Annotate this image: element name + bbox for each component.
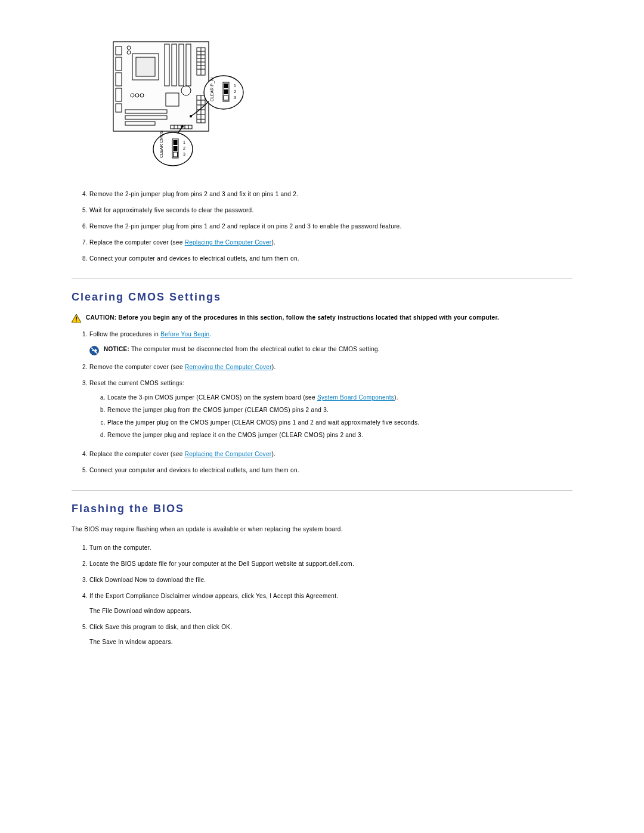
svg-point-44 (190, 115, 192, 117)
caution-text: CAUTION: Before you begin any of the pro… (86, 314, 499, 321)
svg-rect-46 (224, 83, 228, 88)
list-item: Locate the 3-pin CMOS jumper (CLEAR CMOS… (107, 391, 572, 404)
list-item: Locate the BIOS update file for your com… (89, 556, 572, 572)
list-item: Remove the jumper plug from the CMOS jum… (107, 404, 572, 416)
svg-rect-47 (224, 89, 228, 94)
svg-text:3: 3 (234, 95, 236, 100)
list-item: Reset the current CMOS settings: Locate … (89, 375, 572, 446)
callout-clear-pw-label: CLEAR P_W (210, 77, 215, 101)
list-item: Turn on the computer. (89, 540, 572, 556)
list-item: Remove the computer cover (see Removing … (89, 359, 572, 375)
notice-text: NOTICE: The computer must be disconnecte… (104, 346, 380, 352)
list-item: Remove the 2-pin jumper plug from pins 1… (89, 218, 572, 234)
step-followup: The Save In window appears. (89, 639, 572, 645)
text: Replace the computer cover (see (89, 451, 185, 457)
cmos-steps-1: Follow the procedures in Before You Begi… (72, 326, 572, 342)
text: Follow the procedures in (89, 331, 160, 337)
svg-rect-55 (174, 140, 178, 145)
list-item: Wait for approximately five seconds to c… (89, 202, 572, 218)
bios-steps: Turn on the computer. Locate the BIOS up… (72, 540, 572, 650)
list-item: Follow the procedures in Before You Begi… (89, 326, 572, 342)
list-item: Replace the computer cover (see Replacin… (89, 446, 572, 462)
text: Locate the 3-pin CMOS jumper (CLEAR CMOS… (107, 394, 317, 401)
list-item: Connect your computer and devices to ele… (89, 250, 572, 267)
text: . (209, 331, 211, 337)
link-removing-cover[interactable]: Removing the Computer Cover (185, 364, 272, 370)
list-item: Connect your computer and devices to ele… (89, 462, 572, 478)
list-item: Place the jumper plug on the CMOS jumper… (107, 416, 572, 429)
text: ). (394, 394, 398, 401)
divider (72, 278, 572, 279)
password-steps-continued: Remove the 2-pin jumper plug from pins 2… (72, 186, 572, 267)
notice-label: NOTICE: (104, 346, 129, 352)
notice-body: The computer must be disconnected from t… (129, 346, 380, 352)
caution-body: Before you begin any of the procedures i… (116, 314, 499, 321)
svg-text:3: 3 (183, 152, 185, 156)
motherboard-svg: CLEAR P_W 1 2 3 CLEAR CMOS 1 2 3 (107, 36, 244, 167)
list-item: Remove the 2-pin jumper plug from pins 2… (89, 186, 572, 202)
list-item: Click Save this program to disk, and the… (89, 619, 572, 650)
caution-icon (72, 314, 81, 323)
cmos-substeps: Locate the 3-pin CMOS jumper (CLEAR CMOS… (89, 391, 572, 441)
list-item: Remove the jumper plug and replace it on… (107, 429, 572, 441)
list-item: Replace the computer cover (see Replacin… (89, 234, 572, 250)
svg-rect-7 (136, 57, 155, 76)
svg-text:2: 2 (183, 146, 185, 150)
svg-point-53 (181, 125, 184, 128)
list-item: Click Download Now to download the file. (89, 572, 572, 588)
notice-icon (89, 346, 99, 355)
caution-label: CAUTION: (86, 314, 116, 321)
text: Click Save this program to disk, and the… (89, 624, 232, 630)
text: ). (271, 239, 275, 246)
divider (72, 490, 572, 491)
caution-notice: CAUTION: Before you begin any of the pro… (72, 314, 572, 323)
text: Replace the computer cover (see (89, 239, 185, 246)
svg-text:2: 2 (234, 89, 236, 94)
motherboard-diagram: CLEAR P_W 1 2 3 CLEAR CMOS 1 2 3 (107, 36, 572, 168)
page-content: CLEAR P_W 1 2 3 CLEAR CMOS 1 2 3 (0, 0, 644, 686)
svg-rect-63 (76, 321, 77, 322)
svg-text:1: 1 (234, 83, 236, 88)
link-before-you-begin[interactable]: Before You Begin (160, 331, 209, 337)
link-replacing-cover-2[interactable]: Replacing the Computer Cover (185, 451, 272, 457)
text: Reset the current CMOS settings: (89, 380, 184, 386)
svg-rect-0 (113, 42, 209, 131)
svg-rect-62 (76, 317, 77, 320)
callout-clear-cmos-label: CLEAR CMOS (159, 130, 163, 158)
text: ). (271, 451, 275, 457)
section-heading-cmos: Clearing CMOS Settings (72, 291, 572, 304)
section-heading-bios: Flashing the BIOS (72, 503, 572, 515)
link-system-board-components[interactable]: System Board Components (317, 394, 394, 401)
text: If the Export Compliance Disclaimer wind… (89, 593, 338, 599)
notice-row: NOTICE: The computer must be disconnecte… (72, 346, 572, 355)
step-followup: The File Download window appears. (89, 608, 572, 614)
cmos-steps-2: Remove the computer cover (see Removing … (72, 359, 572, 478)
text: ). (272, 364, 276, 370)
bios-intro: The BIOS may require flashing when an up… (72, 526, 572, 532)
list-item: If the Export Compliance Disclaimer wind… (89, 588, 572, 619)
link-replacing-cover[interactable]: Replacing the Computer Cover (185, 239, 272, 246)
text: Remove the computer cover (see (89, 364, 185, 370)
svg-rect-56 (174, 146, 178, 151)
svg-text:1: 1 (183, 140, 185, 144)
